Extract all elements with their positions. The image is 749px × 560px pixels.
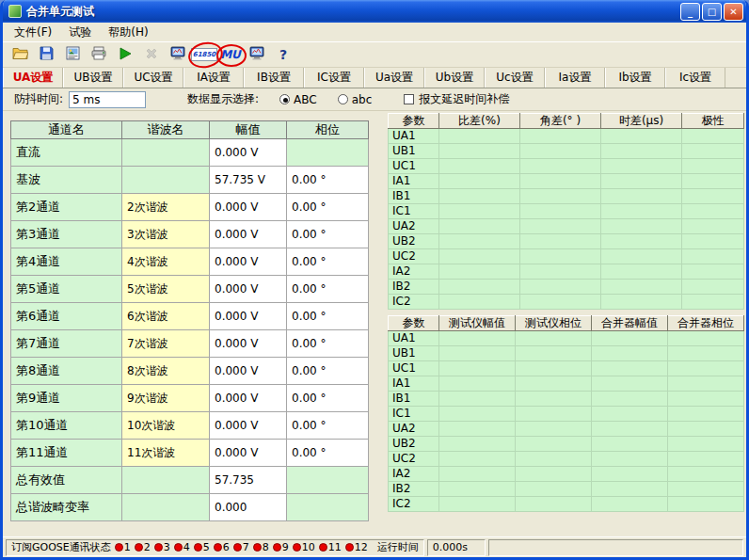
channel-cell: 第7通道 bbox=[11, 330, 122, 358]
phase-cell[interactable]: 0.00 ° bbox=[287, 167, 369, 194]
amplitude-cell[interactable]: 0.000 V bbox=[210, 412, 287, 440]
table-row: UA1 bbox=[389, 331, 744, 346]
value-cell bbox=[592, 331, 668, 346]
amplitude-cell[interactable]: 0.000 V bbox=[210, 330, 287, 358]
tab-ib1[interactable]: IB设置 bbox=[244, 68, 304, 88]
table-row: IA1 bbox=[389, 376, 744, 392]
value-cell bbox=[668, 361, 744, 376]
value-cell bbox=[601, 280, 682, 295]
amplitude-cell[interactable]: 0.000 V bbox=[210, 248, 287, 276]
param-cell: UA1 bbox=[389, 129, 439, 144]
test-menu[interactable]: 试验 bbox=[60, 23, 100, 42]
value-cell bbox=[516, 376, 592, 392]
amplitude-cell[interactable]: 0.000 V bbox=[210, 276, 287, 303]
table-row: UA1 bbox=[389, 129, 744, 144]
value-cell bbox=[520, 174, 601, 189]
tab-ia1[interactable]: IA设置 bbox=[183, 68, 244, 88]
harmonic-cell bbox=[122, 467, 210, 494]
channel-cell: 第5通道 bbox=[11, 276, 122, 303]
phase-cell[interactable]: 0.00 ° bbox=[287, 385, 369, 412]
tab-ub1[interactable]: UB设置 bbox=[63, 68, 123, 88]
message-button[interactable] bbox=[246, 44, 268, 65]
amplitude-cell[interactable]: 0.000 V bbox=[210, 303, 287, 330]
iec61850-button[interactable]: 61850 bbox=[193, 44, 215, 65]
delay-compensation-checkbox[interactable]: 报文延迟时间补偿 bbox=[404, 91, 509, 107]
phase-cell[interactable]: 0.00 ° bbox=[287, 303, 369, 330]
amplitude-cell[interactable]: 0.000 V bbox=[210, 440, 287, 467]
file-menu[interactable]: 文件(F) bbox=[6, 23, 60, 42]
amplitude-cell[interactable]: 57.735 bbox=[210, 467, 287, 494]
phase-cell[interactable]: 0.00 ° bbox=[287, 440, 369, 467]
value-cell bbox=[668, 407, 744, 422]
tab-ib2[interactable]: Ib设置 bbox=[605, 68, 665, 88]
indicator-number: 10 bbox=[302, 541, 315, 553]
param-cell: UC1 bbox=[389, 159, 439, 174]
value-cell bbox=[601, 159, 682, 174]
value-cell bbox=[439, 392, 516, 407]
value-cell bbox=[682, 129, 744, 144]
phase-cell[interactable]: 0.00 ° bbox=[287, 412, 369, 440]
phase-cell[interactable]: 0.00 ° bbox=[287, 248, 369, 276]
amplitude-cell[interactable]: 0.000 V bbox=[210, 139, 287, 167]
value-cell bbox=[439, 159, 520, 174]
amplitude-cell[interactable]: 0.000 V bbox=[210, 221, 287, 248]
settings-row: 防抖时间: 数据显示选择: ABC abc 报文延迟时间补偿 bbox=[3, 88, 746, 111]
value-cell bbox=[439, 437, 516, 452]
table-row: IB1 bbox=[389, 392, 744, 407]
value-cell bbox=[439, 346, 516, 361]
radio-abc-lower[interactable]: abc bbox=[338, 93, 373, 106]
indicator-number: 9 bbox=[282, 541, 289, 553]
phase-cell[interactable]: 0.00 ° bbox=[287, 276, 369, 303]
red-dot-icon bbox=[253, 543, 262, 552]
radio-abc-upper[interactable]: ABC bbox=[279, 93, 317, 106]
minimize-button[interactable]: _ bbox=[680, 3, 700, 21]
value-cell bbox=[668, 422, 744, 437]
tab-ub2[interactable]: Ub设置 bbox=[424, 68, 485, 88]
harmonic-cell: 2次谐波 bbox=[122, 194, 210, 221]
tab-uc1[interactable]: UC设置 bbox=[123, 68, 183, 88]
tab-uc2[interactable]: Uc设置 bbox=[485, 68, 545, 88]
amplitude-cell[interactable]: 0.000 V bbox=[210, 385, 287, 412]
print-button[interactable] bbox=[88, 44, 110, 65]
phase-cell[interactable]: 0.00 ° bbox=[287, 330, 369, 358]
tab-ic2[interactable]: Ic设置 bbox=[665, 68, 725, 88]
mu-button[interactable]: MU bbox=[219, 44, 242, 65]
amplitude-cell[interactable]: 0.000 bbox=[210, 494, 287, 521]
run-button[interactable] bbox=[114, 44, 136, 65]
close-button[interactable]: ✕ bbox=[724, 3, 743, 21]
waveform-button[interactable] bbox=[167, 44, 189, 65]
column-header: 测试仪相位 bbox=[516, 316, 592, 331]
help-menu[interactable]: 帮助(H) bbox=[100, 23, 156, 42]
phase-cell[interactable]: 0.00 ° bbox=[287, 221, 369, 248]
phase-cell[interactable]: 0.00 ° bbox=[287, 358, 369, 385]
value-cell bbox=[516, 392, 592, 407]
tab-ua1[interactable]: UA设置 bbox=[3, 68, 63, 88]
maximize-button[interactable]: □ bbox=[702, 3, 722, 21]
tab-ic1[interactable]: IC设置 bbox=[304, 68, 364, 88]
tab-ua2[interactable]: Ua设置 bbox=[364, 68, 424, 88]
goose-indicator-7: 7 bbox=[233, 541, 249, 553]
phase-cell[interactable]: 0.00 ° bbox=[287, 194, 369, 221]
amplitude-cell[interactable]: 57.735 V bbox=[210, 167, 287, 194]
value-cell bbox=[516, 331, 592, 346]
save-button[interactable] bbox=[35, 44, 57, 65]
value-cell bbox=[439, 361, 516, 376]
param-cell: UB2 bbox=[389, 234, 439, 249]
help-button[interactable]: ? bbox=[272, 44, 295, 65]
goose-indicator-10: 10 bbox=[293, 541, 315, 553]
stop-button[interactable] bbox=[140, 44, 163, 65]
table-row: UC1 bbox=[389, 361, 744, 376]
tab-ia2[interactable]: Ia设置 bbox=[545, 68, 605, 88]
harmonic-table: 通道名谐波名幅值相位 直流0.000 V基波57.735 V0.00 °第2通道… bbox=[10, 120, 369, 521]
goose-indicators: 123456789101112 bbox=[111, 541, 368, 554]
debounce-input[interactable] bbox=[69, 91, 146, 108]
channel-cell: 第8通道 bbox=[11, 358, 122, 385]
value-cell bbox=[516, 422, 592, 437]
value-cell bbox=[668, 346, 744, 361]
report-button[interactable] bbox=[61, 44, 84, 65]
open-button[interactable] bbox=[8, 44, 31, 65]
goose-indicator-1: 1 bbox=[115, 541, 131, 553]
amplitude-cell[interactable]: 0.000 V bbox=[210, 358, 287, 385]
value-cell bbox=[668, 331, 744, 346]
amplitude-cell[interactable]: 0.000 V bbox=[210, 194, 287, 221]
